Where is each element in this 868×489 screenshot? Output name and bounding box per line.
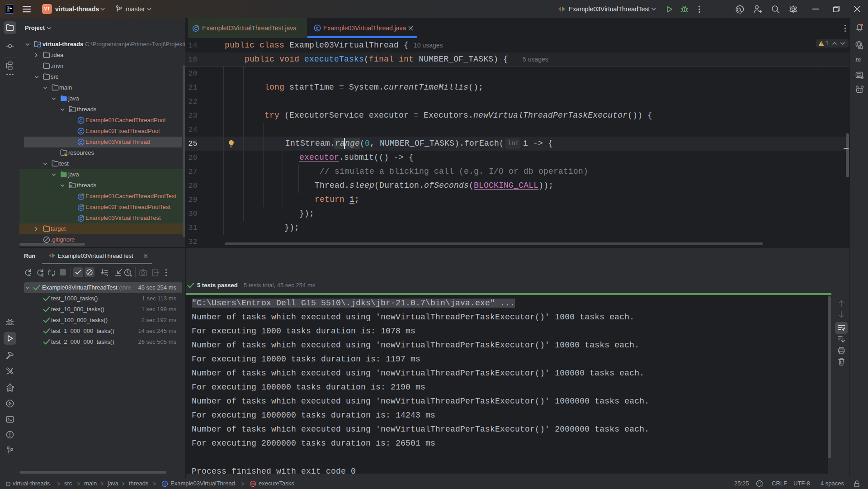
svg-text:C: C bbox=[80, 205, 83, 210]
svg-text:C: C bbox=[194, 26, 198, 31]
svg-text:C: C bbox=[80, 195, 83, 199]
svg-text:C: C bbox=[80, 216, 83, 221]
svg-text:C: C bbox=[316, 26, 319, 31]
svg-text:C: C bbox=[80, 118, 83, 123]
svg-text:m: m bbox=[251, 482, 255, 486]
svg-text:C: C bbox=[163, 482, 166, 486]
svg-text:C: C bbox=[80, 140, 83, 145]
svg-text:C: C bbox=[80, 129, 83, 134]
